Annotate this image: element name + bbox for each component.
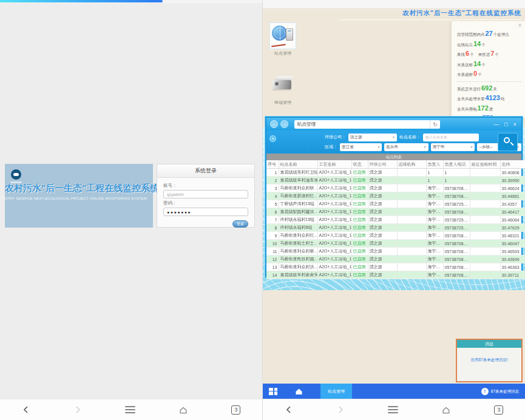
window-back-icon[interactable]: ← <box>270 120 278 128</box>
table-cell: 4 <box>266 192 279 200</box>
table-cell <box>470 208 500 216</box>
province-select[interactable]: 浙江省 ▼ <box>340 143 382 151</box>
table-cell <box>397 185 426 192</box>
stat-line: 水质超标0个 <box>457 69 521 80</box>
table-cell: 05738708… <box>443 256 470 263</box>
browser-forward-icon[interactable] <box>336 405 345 414</box>
loading-progress-bar <box>0 0 163 2</box>
table-cell: 05738708… <box>443 271 470 279</box>
browser-back-icon[interactable] <box>22 405 30 414</box>
region-label: 区域： <box>325 144 337 150</box>
company-select[interactable]: 清之源 ▼ <box>348 134 397 141</box>
add-icon[interactable]: + <box>269 135 276 142</box>
table-row[interactable]: 10马桥街道柏士村士…A2O+人工湿地_1已启用清之源海宁…05738708…3… <box>266 240 525 248</box>
table-cell <box>397 232 426 240</box>
table-row[interactable]: 2袁花镇双丰村油车堰A2O+人工湿地_1已启用清之源1130.39950 <box>266 177 525 185</box>
table-cell <box>470 192 500 200</box>
close-icon[interactable]: × <box>518 22 522 29</box>
filter-row-2: 区域： 浙江省 ▼ 嘉兴市 ▼ 海宁市 ▼ --乡镇-- <box>325 143 521 151</box>
taskbar-notice[interactable]: ! 87条未处理消息 <box>481 388 519 395</box>
table-cell <box>470 224 500 232</box>
desktop-system-title: 农村污水"后一生态"工程在线监控系统 <box>339 9 521 20</box>
table-cell: 已启用 <box>351 271 368 279</box>
table-cell: 清之源 <box>368 240 397 248</box>
table-cell: 3 <box>266 185 279 192</box>
table-row[interactable]: 8许村镇永福村8组A2O+人工湿地_1已启用清之源海宁…05738725…30.… <box>266 224 525 232</box>
table-cell <box>470 271 500 279</box>
login-button[interactable]: 登录 <box>232 220 248 228</box>
table-row[interactable]: 12马桥街道民胜村观…A2O+人工湿地_1已启用清之源海宁…05738708…3… <box>266 256 525 263</box>
table-cell: 05738725… <box>443 224 470 232</box>
table-row[interactable]: 9马桥街道利众村红…A2O+人工湿地_1已启用清之源海宁…05738708…30… <box>266 232 525 240</box>
table-cell: 清之源 <box>368 185 397 192</box>
maximize-icon[interactable]: □ <box>504 121 507 127</box>
table-row[interactable]: 5丁桥镇芦湾村15组A2O+人工湿地_1已启用清之源海宁…05738725…30… <box>266 200 525 208</box>
table-row[interactable]: 7许村镇永福村15组A2O+人工湿地_1已启用清之源海宁…05738725…30… <box>266 216 525 224</box>
table-cell <box>470 216 500 224</box>
desktop-icon-terminal-management[interactable]: 终端管理 <box>270 72 296 106</box>
search-icon <box>504 137 510 143</box>
table-row[interactable]: 6袁花镇梨园村建设…A2O+人工湿地_1已启用清之源海宁…05738708…30… <box>266 208 525 216</box>
stats-divider <box>457 81 521 82</box>
desktop-icon-label: 站点管理 <box>274 50 291 56</box>
window-forward-icon[interactable]: → <box>280 120 288 128</box>
table-cell <box>397 200 426 208</box>
table-cell: 30.43699 <box>500 256 525 263</box>
table-cell <box>397 208 426 216</box>
password-input[interactable]: ●●●●●●● <box>163 208 248 216</box>
table-cell: 马桥街道民胜村观… <box>279 256 317 263</box>
county-select[interactable]: 海宁市 ▼ <box>431 143 475 151</box>
table-cell <box>397 216 426 224</box>
city-select[interactable]: 嘉兴市 ▼ <box>384 143 428 151</box>
close-icon[interactable]: × <box>513 121 517 127</box>
table-row[interactable]: 13马桥街道利众村洪…A2O+人工湿地_1已启用清之源海宁…05738708…3… <box>266 263 525 271</box>
password-label: 密码： <box>163 200 248 206</box>
table-row[interactable]: 14袁花镇双丰村俞家头A2O+人工湿地_1已启用清之源海宁…05738708…3… <box>266 271 525 279</box>
table-cell: 已启用 <box>351 208 368 216</box>
window-address-bar: 站点管理 ↻ <box>294 120 440 129</box>
table-cell: 30.44861 <box>500 192 525 200</box>
table-cell: 6 <box>266 208 279 216</box>
table-row[interactable]: 1袁花镇镇东村红卫组A2O+人工湿地_1已启用清之源1130.40806 <box>266 169 525 177</box>
desktop-icon-station-management[interactable]: 站点管理 <box>270 23 296 56</box>
table-row[interactable]: 4马桥街道新塘村红…A2O+人工湿地_1已启用清之源海宁…05738708…30… <box>266 192 525 200</box>
column-header: 环保公司 <box>368 160 397 169</box>
table-cell: 清之源 <box>368 208 397 216</box>
table-cell: 2 <box>266 177 279 185</box>
column-header: 负责人 <box>426 160 443 169</box>
browser-tabs-button[interactable]: 3 <box>231 405 240 415</box>
home-icon[interactable] <box>294 387 303 396</box>
refresh-icon[interactable]: ↻ <box>430 120 440 129</box>
table-cell: 30.46593 <box>500 248 525 256</box>
minimize-icon[interactable]: — <box>493 121 499 127</box>
table-cell: 海宁… <box>426 256 443 263</box>
column-header: 状态 <box>351 160 368 169</box>
browser-menu-icon[interactable] <box>125 406 135 413</box>
station-management-window: ← → 站点管理 ↻ — □ × + 环保公司： 清之源 <box>265 117 523 277</box>
table-row[interactable]: 3马桥街道利众村联…A2O+人工湿地_1已启用清之源海宁…05738708…30… <box>266 185 525 192</box>
browser-tabs-button[interactable]: 3 <box>494 405 503 415</box>
browser-menu-icon[interactable] <box>388 406 398 413</box>
table-cell: 清之源 <box>368 248 397 256</box>
browser-home-icon[interactable] <box>178 405 188 415</box>
table-cell <box>470 177 500 185</box>
account-input[interactable]: qzyadmin <box>163 190 248 198</box>
table-row[interactable]: 11马桥街道利众村桥…A2O+人工湿地_1已启用清之源海宁…05738708…3… <box>266 248 525 256</box>
table-cell: 30.48321 <box>500 232 525 240</box>
table-cell: 海宁… <box>426 263 443 271</box>
stat-line: 您管辖范围内共27个处理点 <box>457 29 521 39</box>
table-cell: 海宁… <box>426 232 443 240</box>
browser-back-icon[interactable] <box>285 405 293 414</box>
table-cell: 12 <box>266 256 279 263</box>
table-cell: 清之源 <box>368 271 397 279</box>
start-menu-icon[interactable] <box>269 388 277 396</box>
browser-forward-icon[interactable] <box>73 405 82 414</box>
browser-home-icon[interactable] <box>441 405 451 415</box>
station-name-input[interactable]: 输入站点名称 <box>423 134 479 141</box>
table-cell: A2O+人工湿地_1 <box>317 192 351 200</box>
search-button[interactable] <box>498 133 518 151</box>
table-cell: 05738708… <box>443 240 470 248</box>
table-cell: 清之源 <box>368 169 397 177</box>
stat-line: 水质达标14个 <box>457 59 521 70</box>
taskbar-active-task[interactable]: 站点管理 <box>320 384 352 399</box>
